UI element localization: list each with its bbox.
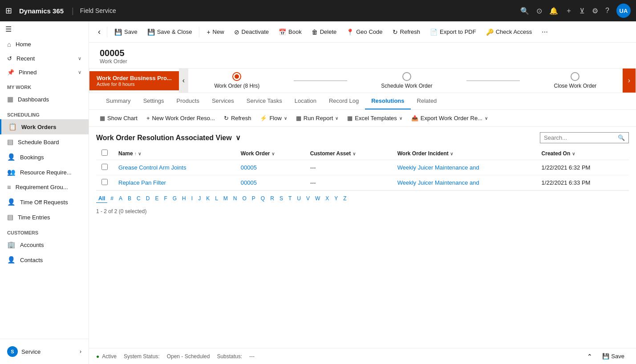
back-button[interactable]: ‹ [94, 24, 104, 39]
row-wo-link[interactable]: 00005 [241, 164, 257, 171]
status-expand-up-button[interactable]: ⌃ [587, 353, 592, 360]
alpha-nav-n[interactable]: N [231, 194, 239, 203]
run-report-button[interactable]: ▦ Run Report ∨ [292, 113, 342, 124]
col-name-sort-icon[interactable]: ↑ ∨ [134, 151, 141, 156]
alpha-nav-r[interactable]: R [268, 194, 276, 203]
col-wo-sort-icon[interactable]: ∨ [271, 151, 275, 156]
alpha-nav-h[interactable]: H [180, 194, 188, 203]
view-dropdown-icon[interactable]: ∨ [235, 133, 241, 142]
alpha-nav-f[interactable]: F [162, 194, 169, 203]
new-work-order-reso-button[interactable]: + New Work Order Reso... [143, 113, 219, 124]
sidebar-item-recent[interactable]: ↺ Recent ∨ [0, 52, 89, 65]
col-woi-sort-icon[interactable]: ∨ [450, 151, 453, 156]
bpf-prev-button[interactable]: ‹ [179, 69, 188, 93]
sidebar-bottom-service[interactable]: S Service › [4, 343, 85, 360]
sidebar-item-contacts[interactable]: 👤 Contacts [0, 252, 89, 267]
alpha-nav-d[interactable]: D [144, 194, 152, 203]
alpha-nav-g[interactable]: G [170, 194, 179, 203]
sidebar-item-bookings[interactable]: 👤 Bookings [0, 150, 89, 165]
tab-record-log[interactable]: Record Log [323, 93, 365, 109]
search-icon[interactable]: 🔍 [520, 7, 529, 15]
row-name-link[interactable]: Grease Control Arm Joints [118, 164, 186, 171]
sidebar-item-time-off-requests[interactable]: 👤 Time Off Requests [0, 194, 89, 210]
search-input[interactable] [544, 134, 615, 141]
hamburger-icon[interactable]: ☰ [5, 25, 12, 33]
more-button[interactable]: ⋯ [537, 26, 552, 38]
delete-button[interactable]: 🗑 Delete [307, 26, 341, 38]
sidebar-item-dashboards[interactable]: ▦ Dashboards [0, 92, 89, 107]
alpha-nav-k[interactable]: K [204, 194, 212, 203]
bpf-next-button[interactable]: › [623, 69, 636, 93]
alpha-nav-j[interactable]: J [196, 194, 203, 203]
new-button[interactable]: + New [202, 26, 228, 38]
alpha-nav-s[interactable]: S [277, 194, 285, 203]
sidebar-item-time-entries[interactable]: ▤ Time Entries [0, 210, 89, 225]
alpha-nav-p[interactable]: P [250, 194, 258, 203]
geo-code-button[interactable]: 📍 Geo Code [342, 26, 387, 38]
alpha-nav-u[interactable]: U [295, 194, 303, 203]
alpha-nav-l[interactable]: L [213, 194, 220, 203]
alpha-nav-e[interactable]: E [153, 194, 161, 203]
alpha-nav-c[interactable]: C [134, 194, 143, 203]
row-checkbox[interactable] [101, 179, 108, 185]
bpf-active-label[interactable]: Work Order Business Pro... Active for 8 … [89, 71, 179, 90]
sidebar-item-accounts[interactable]: 🏢 Accounts [0, 237, 89, 252]
row-wo-link[interactable]: 00005 [241, 179, 257, 186]
select-all-checkbox[interactable] [101, 150, 108, 156]
alpha-nav-z[interactable]: Z [341, 194, 348, 203]
alpha-nav-y[interactable]: Y [332, 194, 340, 203]
filter-icon[interactable]: ⊻ [579, 7, 585, 15]
save-button[interactable]: 💾 Save [110, 26, 142, 38]
col-ca-sort-icon[interactable]: ∨ [352, 151, 356, 156]
col-co-sort-icon[interactable]: ∨ [572, 151, 575, 156]
sidebar-item-resource-requirements[interactable]: 👥 Resource Require... [0, 165, 89, 180]
tab-products[interactable]: Products [170, 93, 206, 109]
alpha-nav-a[interactable]: A [117, 194, 125, 203]
excel-templates-button[interactable]: ▦ Excel Templates ∨ [344, 113, 405, 124]
row-checkbox[interactable] [101, 164, 108, 170]
tab-settings[interactable]: Settings [137, 93, 170, 109]
tab-resolutions[interactable]: Resolutions [365, 93, 410, 109]
tab-service-tasks[interactable]: Service Tasks [240, 93, 288, 109]
alpha-nav-q[interactable]: Q [259, 194, 267, 203]
sidebar-item-home[interactable]: ⌂ Home [0, 37, 89, 52]
show-chart-button[interactable]: ▦ Show Chart [96, 113, 141, 124]
tab-services[interactable]: Services [206, 93, 240, 109]
row-incident-link[interactable]: Weekly Juicer Maintenance and [397, 164, 479, 171]
bpf-step-close[interactable]: Close Work Order [554, 72, 597, 89]
gear-icon[interactable]: ⚙ [592, 7, 598, 15]
bpf-step-schedule[interactable]: Schedule Work Order [381, 72, 432, 89]
row-incident-link[interactable]: Weekly Juicer Maintenance and [397, 179, 479, 186]
waffle-icon[interactable]: ⊞ [5, 6, 12, 16]
sidebar-item-requirement-groups[interactable]: ≡ Requirement Grou... [0, 180, 89, 194]
alpha-nav-v[interactable]: V [304, 194, 312, 203]
export-work-order-button[interactable]: 📤 Export Work Order Re... ∨ [408, 113, 491, 124]
alpha-nav-#[interactable]: # [108, 194, 116, 203]
bell-icon[interactable]: 🔔 [549, 7, 558, 15]
alpha-nav-x[interactable]: X [323, 194, 331, 203]
alpha-nav-t[interactable]: T [286, 194, 294, 203]
save-close-button[interactable]: 💾 Save & Close [143, 26, 197, 38]
tab-summary[interactable]: Summary [100, 93, 137, 109]
bpf-step-work-order[interactable]: Work Order (8 Hrs) [214, 72, 259, 89]
check-access-button[interactable]: 🔑 Check Access [482, 26, 537, 38]
alpha-nav-all[interactable]: All [96, 194, 107, 203]
tab-location[interactable]: Location [288, 93, 323, 109]
row-name-link[interactable]: Replace Pan Filter [118, 179, 166, 186]
status-save-button[interactable]: 💾 Save [598, 350, 629, 362]
alpha-nav-b[interactable]: B [126, 194, 134, 203]
deactivate-button[interactable]: ⊘ Deactivate [230, 26, 273, 38]
settings-check-icon[interactable]: ⊙ [536, 7, 542, 15]
flow-button[interactable]: ⚡ Flow ∨ [256, 113, 290, 124]
export-pdf-button[interactable]: 📄 Export to PDF [425, 26, 481, 38]
avatar[interactable]: UA [616, 4, 631, 18]
refresh-button[interactable]: ↻ Refresh [388, 26, 425, 38]
sidebar-item-work-orders[interactable]: 📋 Work Orders [0, 119, 89, 134]
alpha-nav-w[interactable]: W [313, 194, 322, 203]
alpha-nav-i[interactable]: I [189, 194, 195, 203]
sub-refresh-button[interactable]: ↻ Refresh [220, 113, 255, 124]
tab-related[interactable]: Related [411, 93, 443, 109]
help-icon[interactable]: ? [605, 7, 609, 15]
sidebar-item-pinned[interactable]: 📌 Pinned ∨ [0, 65, 89, 79]
book-button[interactable]: 📅 Book [274, 26, 306, 38]
